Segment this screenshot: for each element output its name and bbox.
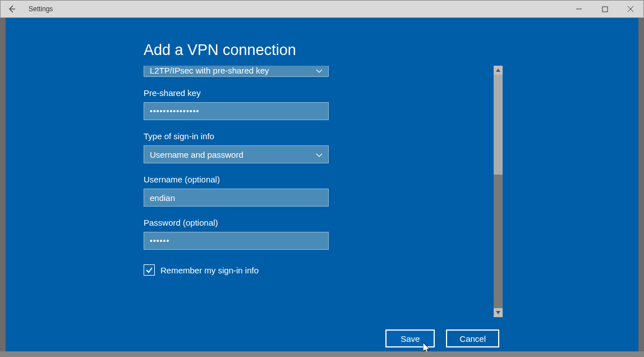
password-field[interactable]: ••••••: [144, 232, 329, 250]
window-title: Settings: [29, 5, 53, 13]
username-label: Username (optional): [144, 175, 329, 184]
close-icon: [627, 6, 634, 12]
taskbar: [0, 351, 644, 357]
chevron-down-icon: [316, 150, 323, 159]
vpn-type-value: L2TP/IPsec with pre-shared key: [150, 66, 323, 75]
window-titlebar: Settings: [0, 0, 644, 18]
window-controls: [566, 1, 643, 17]
dialog-heading: Add a VPN connection: [144, 42, 503, 59]
form-scroll-area: L2TP/IPsec with pre-shared key Pre-share…: [144, 66, 503, 317]
save-button[interactable]: Save: [385, 329, 435, 347]
caret-up-icon: [496, 68, 500, 72]
svg-rect-0: [602, 7, 608, 12]
remember-label: Remember my sign-in info: [160, 266, 259, 275]
maximize-icon: [602, 6, 608, 12]
remember-checkbox[interactable]: Remember my sign-in info: [144, 264, 329, 276]
maximize-button[interactable]: [592, 1, 618, 17]
checkbox-box: [144, 264, 155, 276]
scrollbar[interactable]: [494, 66, 503, 317]
minimize-button[interactable]: [566, 1, 592, 17]
chevron-down-icon: [316, 66, 323, 75]
scroll-up-button[interactable]: [494, 66, 503, 75]
arrow-left-icon: [7, 4, 16, 13]
signin-type-value: Username and password: [150, 150, 323, 159]
back-button[interactable]: [1, 1, 23, 17]
checkmark-icon: [145, 266, 153, 274]
signin-type-select[interactable]: Username and password: [144, 145, 329, 163]
signin-type-label: Type of sign-in info: [144, 131, 329, 141]
vpn-dialog-overlay: Add a VPN connection L2TP/IPsec with pre…: [6, 18, 638, 355]
dialog-buttons: Save Cancel: [385, 329, 499, 347]
caret-down-icon: [496, 311, 500, 314]
scrollbar-thumb[interactable]: [494, 175, 503, 308]
password-label: Password (optional): [144, 218, 329, 227]
vpn-type-select[interactable]: L2TP/IPsec with pre-shared key: [144, 66, 329, 77]
cancel-button[interactable]: Cancel: [446, 329, 499, 347]
close-button[interactable]: [618, 1, 643, 17]
username-field[interactable]: [144, 189, 329, 207]
scroll-down-button[interactable]: [494, 308, 503, 317]
psk-field[interactable]: •••••••••••••••: [144, 102, 329, 120]
minimize-icon: [576, 6, 582, 12]
psk-label: Pre-shared key: [144, 88, 329, 98]
